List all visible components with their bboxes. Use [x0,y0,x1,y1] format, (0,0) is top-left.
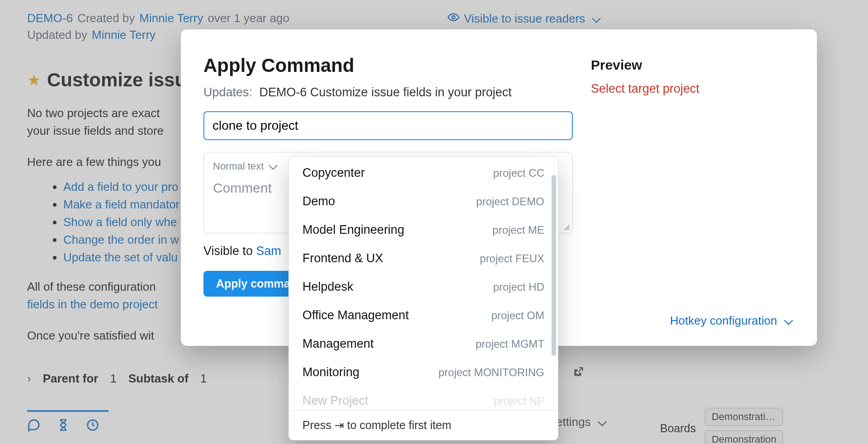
project-option[interactable]: New Project project NP [289,387,558,410]
issue-tabs [27,410,108,435]
updated-label: Updated by [27,28,87,42]
svg-point-0 [452,16,455,19]
project-option[interactable]: Management project MGMT [289,330,558,358]
hourglass-icon[interactable] [57,419,70,435]
scrollbar-thumb[interactable] [552,175,556,356]
issue-title: Customize issu [47,69,186,91]
history-icon[interactable] [86,418,99,435]
issue-id-link[interactable]: DEMO-6 [27,11,73,25]
project-option[interactable]: Monitoring project MONITORING [289,358,558,387]
star-icon[interactable]: ★ [27,71,41,89]
project-suggestions-dropdown: Copycenter project CC Demo project DEMO … [288,156,558,440]
project-option[interactable]: Frontend & UX project FEUX [289,244,558,273]
dropdown-hint: Press ⇥ to complete first item [289,410,558,440]
parent-for-count: 1 [110,372,116,386]
boards-label: Boards [660,422,696,435]
visibility-toggle[interactable]: Visible to issue readers [448,11,599,26]
project-option[interactable]: Model Engineering project ME [289,216,558,244]
project-option[interactable]: Helpdesk project HD [289,273,558,301]
chevron-down-icon [595,415,604,429]
visibility-label: Visible to issue readers [464,12,585,26]
updated-by-link[interactable]: Minnie Terry [92,28,156,42]
updates-line: Updates: DEMO-6 Customize issue fields i… [203,85,573,99]
command-input[interactable] [203,111,573,140]
created-label: Created by [77,11,135,25]
created-ago: over 1 year ago [208,11,289,25]
parent-for-label: Parent for [43,372,99,386]
resize-handle-icon[interactable] [562,223,571,231]
project-option[interactable]: Demo project DEMO [289,187,558,216]
dialog-title: Apply Command [203,55,573,76]
preview-message: Select target project [591,82,794,96]
project-option[interactable]: Copycenter project CC [289,159,558,187]
apply-command-button[interactable]: Apply comma [203,271,303,297]
board-pill[interactable]: Demonstrati… [705,408,783,426]
updates-label: Updates: [203,85,252,99]
project-option[interactable]: Office Management project OM [289,301,558,330]
updates-value: DEMO-6 Customize issue fields in your pr… [259,85,512,99]
subtask-of-count: 1 [200,372,207,386]
visible-to-value[interactable]: Sam [256,244,282,258]
subtask-of-label: Subtask of [128,372,189,386]
chevron-down-icon [590,12,599,26]
hotkey-config-link[interactable]: Hotkey configuration [670,314,791,328]
boards-row: Boards Demonstrati… Demonstration [660,408,859,444]
settings-dropdown[interactable]: ettings [556,415,604,429]
external-link-icon[interactable] [572,366,584,381]
eye-icon [448,11,459,26]
chevron-down-icon [266,161,275,172]
preview-heading: Preview [591,57,794,73]
visible-to-label: Visible to [203,244,253,258]
comment-icon[interactable] [27,418,41,435]
chevron-down-icon [782,314,791,328]
chevron-right-icon[interactable]: › [27,372,31,386]
created-by-link[interactable]: Minnie Terry [139,11,203,25]
board-pill[interactable]: Demonstration [705,430,783,444]
